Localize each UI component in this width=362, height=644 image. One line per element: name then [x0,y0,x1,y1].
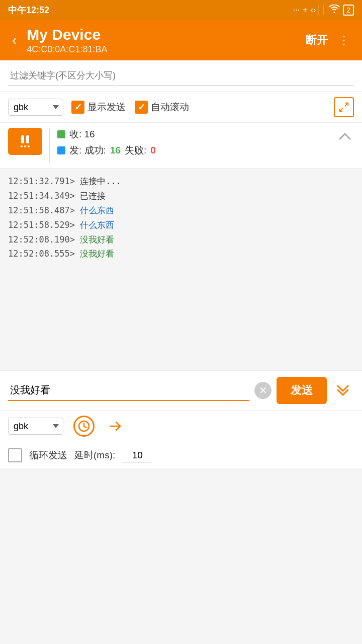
log-line-1: 12:51:32.791> 连接中... [8,174,354,189]
send-stat-row: 发: 成功: 16 失败: 0 [57,144,329,157]
show-send-label: 显示发送 [87,101,126,114]
log-line-3: 12:51:58.487> 什么东西 [8,203,354,218]
bluetooth-icon: + [303,6,307,15]
stats-panel: 收: 16 发: 成功: 16 失败: 0 [0,123,362,169]
bottom-input-area: ✕ 发送 [0,370,362,410]
auto-scroll-label: 自动滚动 [151,101,189,114]
log-line-2: 12:51:34.349> 已连接 [8,189,354,203]
status-bar: 中午12:52 ··· + ‹›││ 2 [0,0,362,20]
send-fail-prefix: 失败: [125,144,146,157]
loop-send-checkbox[interactable] [8,448,22,462]
title-area: My Device 4C:C0:0A:C1:81:BA [27,26,300,55]
log-time-3: 12:51:58.487> [8,205,75,215]
controls-row: gbk utf-8 ascii 显示发送 自动滚动 [0,92,362,123]
encoding-select-bottom[interactable]: gbk utf-8 ascii [8,418,63,435]
history-button[interactable] [73,416,95,437]
log-text-2: 已连接 [80,191,106,201]
back-button[interactable]: ‹ [8,30,21,50]
log-text-4: 什么东西 [80,220,114,230]
log-text-3: 什么东西 [80,205,114,215]
send-history-button[interactable] [105,416,126,437]
send-prefix: 发: 成功: [69,144,106,157]
filter-input[interactable] [8,66,354,86]
log-line-4: 12:51:58.529> 什么东西 [8,218,354,232]
loop-row: 循环发送 延时(ms): [0,442,362,468]
recv-stat-row: 收: 16 [57,128,329,141]
signal-dots-icon: ··· [293,6,300,15]
encoding-select-top[interactable]: gbk utf-8 ascii [8,99,63,116]
bottom-controls: gbk utf-8 ascii [0,410,362,442]
filter-bar [0,60,362,92]
signal-bars-icon: ‹›││ [311,6,326,15]
log-text-1: 连接中... [80,176,121,186]
log-line-5: 12:52:08.190> 没我好看 [8,232,354,247]
recv-stat-text: 收: 16 [69,128,95,141]
collapse-button[interactable] [336,128,354,146]
clear-input-button[interactable]: ✕ [254,382,272,399]
message-input[interactable] [8,380,249,401]
log-text-6: 没我好看 [80,249,114,259]
device-address: 4C:C0:0A:C1:81:BA [27,44,300,55]
pause-clear-button[interactable] [8,128,42,155]
send-button[interactable]: 发送 [277,377,327,404]
stats-divider [49,128,50,163]
device-title: My Device [27,26,300,43]
toolbar: ‹ My Device 4C:C0:0A:C1:81:BA 断开 ⋮ [0,20,362,60]
send-fail-count: 0 [150,145,156,156]
battery-icon: 2 [343,5,354,16]
log-time-5: 12:52:08.190> [8,234,75,245]
log-text-5: 没我好看 [80,234,114,245]
log-area: 12:51:32.791> 连接中... 12:51:34.349> 已连接 1… [0,169,362,370]
show-send-checkbox[interactable] [71,101,84,114]
disconnect-button[interactable]: 断开 [306,33,328,48]
log-time-2: 12:51:34.349> [8,191,75,201]
show-send-item: 显示发送 [71,101,126,114]
delay-input[interactable] [122,449,152,462]
log-time-1: 12:51:32.791> [8,176,75,186]
fullscreen-button[interactable] [334,97,354,117]
log-line-6: 12:52:08.555> 没我好看 [8,247,354,261]
checkbox-group: 显示发送 自动滚动 [71,101,326,114]
recv-indicator [57,130,65,138]
log-time-4: 12:51:58.529> [8,220,75,230]
wifi-icon [329,5,340,16]
expand-down-button[interactable] [332,380,354,401]
status-icons: ··· + ‹›││ 2 [293,5,354,16]
send-indicator [57,146,65,154]
stats-info: 收: 16 发: 成功: 16 失败: 0 [57,128,329,160]
status-time: 中午12:52 [8,4,49,16]
auto-scroll-checkbox[interactable] [135,101,148,114]
auto-scroll-item: 自动滚动 [135,101,189,114]
stats-controls [8,128,42,155]
delay-label: 延时(ms): [74,449,115,462]
loop-send-label: 循环发送 [29,449,67,462]
send-success-count: 16 [110,145,121,156]
svg-line-0 [345,103,348,106]
svg-line-1 [340,108,343,111]
log-time-6: 12:52:08.555> [8,249,75,259]
more-menu-button[interactable]: ⋮ [334,31,354,49]
